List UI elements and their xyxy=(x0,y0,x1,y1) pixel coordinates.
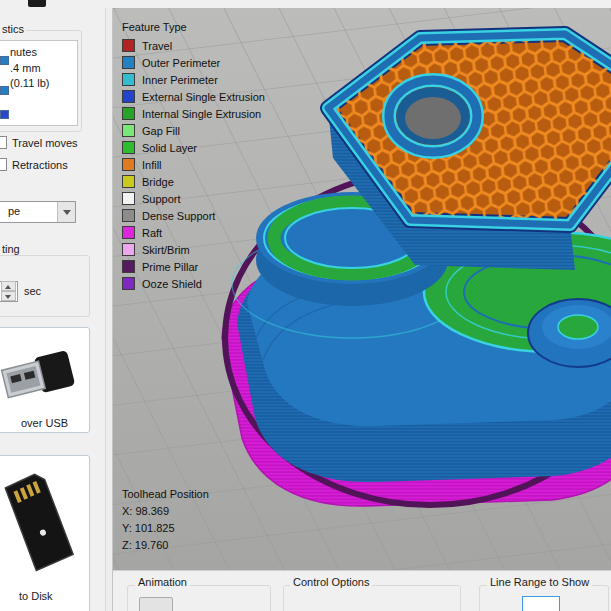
legend-item: Bridge xyxy=(122,175,265,188)
legend-label: Internal Single Extrusion xyxy=(142,108,261,120)
stat-line: .4 mm xyxy=(10,62,41,74)
legend-label: Travel xyxy=(142,40,172,52)
legend-label: Prime Pillar xyxy=(142,261,198,273)
retractions-checkbox[interactable] xyxy=(0,158,7,171)
legend-label: Gap Fill xyxy=(142,125,180,137)
legend-label: External Single Extrusion xyxy=(142,91,265,103)
feature-legend: Feature Type TravelOuter PerimeterInner … xyxy=(122,21,265,294)
process-color-icon xyxy=(0,56,9,65)
legend-swatch xyxy=(122,209,135,222)
legend-swatch xyxy=(122,90,135,103)
legend-title: Feature Type xyxy=(122,21,265,33)
legend-item: Raft xyxy=(122,226,265,239)
legend-label: Inner Perimeter xyxy=(142,74,218,86)
legend-label: Outer Perimeter xyxy=(142,57,220,69)
legend-item: External Single Extrusion xyxy=(122,90,265,103)
legend-swatch xyxy=(122,107,135,120)
preview-viewport[interactable]: Feature Type TravelOuter PerimeterInner … xyxy=(113,8,611,570)
legend-swatch xyxy=(122,124,135,137)
travel-moves-checkbox[interactable] xyxy=(0,136,7,149)
retractions-label: Retractions xyxy=(12,159,68,171)
legend-swatch xyxy=(122,243,135,256)
legend-label: Bridge xyxy=(142,176,174,188)
hex-center-hole xyxy=(389,80,477,152)
legend-swatch xyxy=(122,56,135,69)
legend-item: Dense Support xyxy=(122,209,265,222)
animation-group-label: Animation xyxy=(135,576,190,588)
legend-swatch xyxy=(122,260,135,273)
legend-label: Skirt/Brim xyxy=(142,244,190,256)
panel-splitter[interactable] xyxy=(105,0,113,611)
legend-label: Raft xyxy=(142,227,162,239)
legend-label: Dense Support xyxy=(142,210,215,222)
legend-item: Solid Layer xyxy=(122,141,265,154)
legend-label: Support xyxy=(142,193,181,205)
legend-label: Ooze Shield xyxy=(142,278,202,290)
legend-label: Solid Layer xyxy=(142,142,197,154)
legend-item: Support xyxy=(122,192,265,205)
legend-item: Prime Pillar xyxy=(122,260,265,273)
legend-swatch xyxy=(122,158,135,171)
legend-swatch xyxy=(122,192,135,205)
legend-swatch xyxy=(122,141,135,154)
legend-item: Internal Single Extrusion xyxy=(122,107,265,120)
spinner-down-button[interactable] xyxy=(1,291,16,301)
chevron-down-icon xyxy=(63,210,71,215)
toolbar-icon-fragment xyxy=(28,0,46,7)
stat-line: (0.11 lb) xyxy=(10,77,50,89)
left-panel: stics nutes .4 mm (0.11 lb) Travel moves… xyxy=(0,0,105,611)
legend-label: Infill xyxy=(142,159,162,171)
toolhead-position: Toolhead Position X: 98.369 Y: 101.825 Z… xyxy=(122,486,209,554)
line-range-spinbox[interactable] xyxy=(522,596,560,611)
legend-swatch xyxy=(122,73,135,86)
toolhead-z: Z: 19.760 xyxy=(122,537,209,554)
legend-item: Inner Perimeter xyxy=(122,73,265,86)
usb-plug-icon xyxy=(0,336,89,416)
chevron-down-icon xyxy=(5,295,11,299)
dropdown-arrow-button[interactable] xyxy=(57,202,75,222)
legend-item: Infill xyxy=(122,158,265,171)
timing-group-label: ting xyxy=(0,243,22,255)
legend-swatch xyxy=(122,226,135,239)
statistics-group-label: stics xyxy=(0,23,26,35)
legend-item: Skirt/Brim xyxy=(122,243,265,256)
legend-item: Outer Perimeter xyxy=(122,56,265,69)
coloring-dropdown-value: pe xyxy=(8,205,20,217)
legend-item: Ooze Shield xyxy=(122,277,265,290)
legend-swatch xyxy=(122,277,135,290)
top-strip xyxy=(0,0,611,8)
legend-item: Travel xyxy=(122,39,265,52)
sd-card-icon xyxy=(0,464,89,584)
chevron-up-icon xyxy=(5,285,11,289)
usb-button-caption: over USB xyxy=(21,417,68,429)
bottom-bar: Animation Control Options Line Range to … xyxy=(113,570,611,611)
save-to-disk-button[interactable]: to Disk xyxy=(0,455,90,611)
control-options-group xyxy=(283,585,461,611)
animation-play-button[interactable] xyxy=(139,597,173,611)
disk-button-caption: to Disk xyxy=(19,590,53,602)
print-over-usb-button[interactable]: over USB xyxy=(0,327,90,433)
legend-swatch xyxy=(122,39,135,52)
window-root: { "left_panel": { "statistics": { "label… xyxy=(0,0,611,611)
toolhead-x: X: 98.369 xyxy=(122,503,209,520)
legend-swatch xyxy=(122,175,135,188)
travel-moves-label: Travel moves xyxy=(12,137,78,149)
process-color-icon xyxy=(0,110,9,119)
stat-line: nutes xyxy=(10,46,37,58)
timing-unit-label: sec xyxy=(24,285,41,297)
spinner-up-button[interactable] xyxy=(1,281,16,291)
toolhead-y: Y: 101.825 xyxy=(122,520,209,537)
feature-legend-items: TravelOuter PerimeterInner PerimeterExte… xyxy=(122,39,265,290)
line-range-group-label: Line Range to Show xyxy=(487,576,592,588)
process-color-icon xyxy=(0,86,9,95)
control-options-group-label: Control Options xyxy=(290,576,372,588)
toolhead-title: Toolhead Position xyxy=(122,486,209,503)
legend-item: Gap Fill xyxy=(122,124,265,137)
